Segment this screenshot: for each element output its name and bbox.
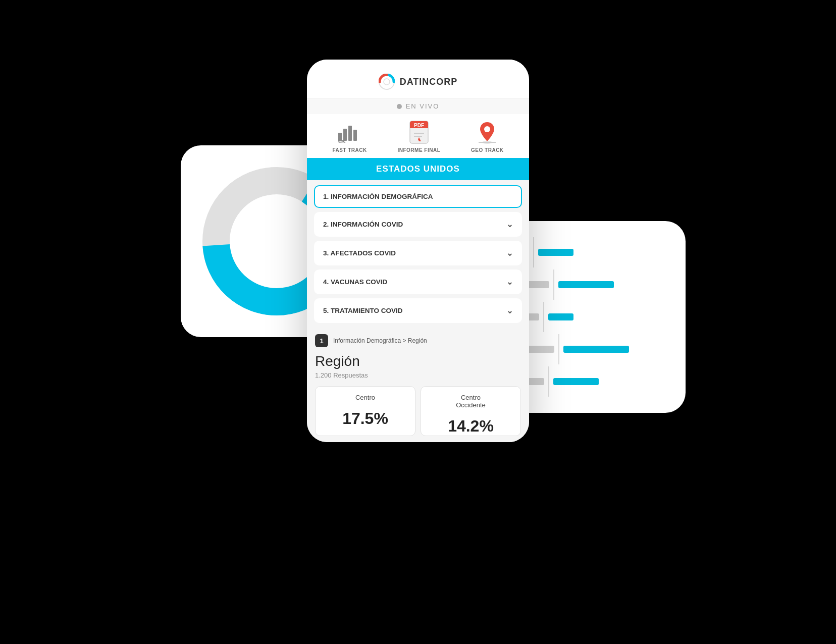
bar-cyan bbox=[548, 313, 573, 320]
region-card-label-centro: Centro bbox=[321, 394, 410, 401]
bar-chart bbox=[509, 236, 670, 398]
informe-final-icon: PDF bbox=[406, 121, 432, 144]
geo-track-icon bbox=[475, 121, 500, 144]
fast-track-icon bbox=[337, 121, 362, 144]
region-card-centro: Centro 17.5% bbox=[315, 386, 415, 436]
nav-item-informe-final[interactable]: PDF INFORME FINAL bbox=[397, 121, 440, 153]
svg-point-15 bbox=[484, 126, 490, 132]
accordion-label-4: 4. VACUNAS COVID bbox=[323, 278, 387, 286]
live-label: EN VIVO bbox=[406, 102, 440, 110]
accordion-list: 1. INFORMACIÓN DEMOGRÁFICA 2. INFORMACIÓ… bbox=[307, 180, 529, 328]
bar-cyan bbox=[563, 346, 629, 353]
svg-rect-4 bbox=[338, 133, 342, 141]
bar-row bbox=[509, 376, 670, 387]
svg-rect-5 bbox=[343, 129, 347, 141]
fast-track-label: FAST TRACK bbox=[332, 147, 367, 153]
live-indicator: EN VIVO bbox=[307, 98, 529, 114]
accordion-item-5[interactable]: 5. TRATAMIENTO COVID ⌄ bbox=[314, 298, 522, 323]
bar-cyan bbox=[538, 249, 573, 256]
bar-row bbox=[509, 279, 670, 290]
breadcrumb-number: 1 bbox=[315, 334, 328, 347]
bar-row bbox=[509, 247, 670, 258]
region-card-value-centro: 17.5% bbox=[321, 409, 410, 428]
svg-point-3 bbox=[384, 79, 390, 85]
accordion-item-3[interactable]: 3. AFECTADOS COVID ⌄ bbox=[314, 241, 522, 265]
chevron-icon-5: ⌄ bbox=[506, 306, 513, 315]
bar-row bbox=[509, 344, 670, 355]
accordion-label-3: 3. AFECTADOS COVID bbox=[323, 249, 396, 257]
nav-icons: FAST TRACK PDF INFORME FINAL bbox=[307, 114, 529, 158]
region-title: Región bbox=[315, 353, 521, 369]
chevron-icon-2: ⌄ bbox=[506, 220, 513, 229]
accordion-label-2: 2. INFORMACIÓN COVID bbox=[323, 221, 403, 228]
nav-item-fast-track[interactable]: FAST TRACK bbox=[332, 121, 367, 153]
svg-rect-7 bbox=[353, 130, 357, 141]
bar-cyan bbox=[558, 281, 614, 288]
accordion-item-2[interactable]: 2. INFORMACIÓN COVID ⌄ bbox=[314, 212, 522, 237]
accordion-item-1[interactable]: 1. INFORMACIÓN DEMOGRÁFICA bbox=[314, 185, 522, 208]
breadcrumb-section: 1 Información Demográfica > Región bbox=[307, 328, 529, 353]
region-section: Región 1.200 Respuestas Centro 17.5% Cen… bbox=[307, 353, 529, 442]
breadcrumb-path: Información Demográfica > Región bbox=[333, 337, 427, 344]
accordion-label-1: 1. INFORMACIÓN DEMOGRÁFICA bbox=[323, 193, 433, 200]
region-card-centro-occidente: CentroOccidente 14.2% bbox=[421, 386, 521, 436]
svg-rect-6 bbox=[348, 126, 352, 141]
section-header: ESTADOS UNIDOS bbox=[307, 158, 529, 180]
bar-row bbox=[509, 311, 670, 323]
informe-final-label: INFORME FINAL bbox=[397, 147, 440, 153]
logo-icon bbox=[379, 74, 395, 90]
scene: DATINCORP EN VIVO bbox=[191, 44, 645, 600]
logo-text: DATINCORP bbox=[400, 77, 458, 87]
svg-text:PDF: PDF bbox=[414, 123, 424, 128]
live-dot bbox=[397, 104, 402, 109]
phone-container: DATINCORP EN VIVO bbox=[307, 60, 529, 442]
bar-cyan bbox=[553, 378, 599, 385]
region-card-value-centro-occidente: 14.2% bbox=[426, 417, 515, 436]
chevron-icon-3: ⌄ bbox=[506, 248, 513, 258]
region-cards: Centro 17.5% CentroOccidente 14.2% bbox=[315, 386, 521, 436]
phone-header: DATINCORP bbox=[307, 60, 529, 98]
accordion-label-5: 5. TRATAMIENTO COVID bbox=[323, 307, 403, 314]
accordion-item-4[interactable]: 4. VACUNAS COVID ⌄ bbox=[314, 270, 522, 294]
chevron-icon-4: ⌄ bbox=[506, 277, 513, 287]
region-card-label-centro-occidente: CentroOccidente bbox=[426, 394, 515, 409]
nav-item-geo-track[interactable]: GEO TRACK bbox=[471, 121, 504, 153]
geo-track-label: GEO TRACK bbox=[471, 147, 504, 153]
region-subtitle: 1.200 Respuestas bbox=[315, 371, 521, 379]
